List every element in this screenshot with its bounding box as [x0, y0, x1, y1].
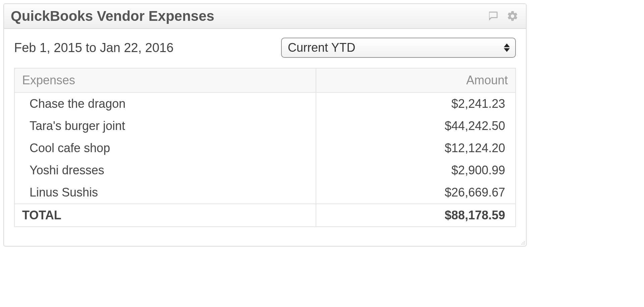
- expense-amount: $2,241.23: [316, 92, 516, 115]
- table-row: Linus Sushis $26,669.67: [14, 181, 516, 204]
- expense-amount: $2,900.99: [316, 159, 516, 181]
- panel-title: QuickBooks Vendor Expenses: [11, 8, 214, 24]
- table-row: Chase the dragon $2,241.23: [14, 92, 516, 115]
- expenses-table: Expenses Amount Chase the dragon $2,241.…: [14, 68, 516, 227]
- panel-body: Feb 1, 2015 to Jan 22, 2016 Current YTD …: [4, 29, 526, 237]
- table-header-row: Expenses Amount: [14, 68, 516, 92]
- table-row: Cool cafe shop $12,124.20: [14, 137, 516, 159]
- col-header-expenses[interactable]: Expenses: [14, 68, 316, 92]
- expense-name: Linus Sushis: [14, 181, 316, 204]
- panel-header-actions: [486, 9, 519, 23]
- expense-name: Chase the dragon: [14, 92, 316, 115]
- total-amount: $88,178.59: [316, 204, 516, 227]
- panel-header: QuickBooks Vendor Expenses: [4, 4, 526, 29]
- date-range-label: Feb 1, 2015 to Jan 22, 2016: [14, 41, 173, 55]
- comment-icon[interactable]: [486, 9, 500, 23]
- resize-grip-icon[interactable]: [4, 237, 526, 246]
- total-label: TOTAL: [14, 204, 316, 227]
- expense-amount: $12,124.20: [316, 137, 516, 159]
- table-total-row: TOTAL $88,178.59: [14, 204, 516, 227]
- col-header-amount[interactable]: Amount: [316, 68, 516, 92]
- vendor-expenses-panel: QuickBooks Vendor Expenses Feb 1, 2015 t…: [3, 3, 527, 247]
- gear-icon[interactable]: [506, 9, 519, 23]
- period-select-value: Current YTD: [288, 41, 355, 55]
- expense-name: Tara's burger joint: [14, 115, 316, 137]
- expense-amount: $26,669.67: [316, 181, 516, 204]
- controls-row: Feb 1, 2015 to Jan 22, 2016 Current YTD: [14, 38, 516, 58]
- expense-name: Yoshi dresses: [14, 159, 316, 181]
- expense-name: Cool cafe shop: [14, 137, 316, 159]
- select-caret-icon: [504, 44, 510, 52]
- expense-amount: $44,242.50: [316, 115, 516, 137]
- table-row: Yoshi dresses $2,900.99: [14, 159, 516, 181]
- period-select[interactable]: Current YTD: [281, 38, 516, 58]
- table-row: Tara's burger joint $44,242.50: [14, 115, 516, 137]
